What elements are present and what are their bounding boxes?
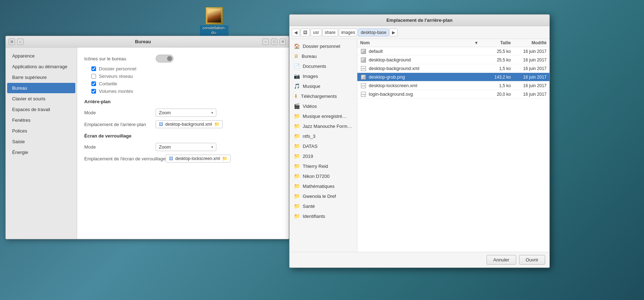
sidebar-item-clavier[interactable]: Clavier et souris xyxy=(7,94,75,104)
sidebar-musique-enregistree[interactable]: 📁 Musique enregistré… xyxy=(290,111,357,121)
sort-icon[interactable]: ▾ xyxy=(475,40,482,45)
titlebar-btn-overview[interactable]: ⊞ xyxy=(9,39,15,45)
icons-toggle[interactable] xyxy=(156,55,173,62)
cb-volumes-label: Volumes montés xyxy=(99,89,133,94)
titlebar-right-controls: – □ ✕ xyxy=(262,39,286,45)
arriere-plan-filename: desktop-background.xml xyxy=(165,122,212,127)
minimize-button[interactable]: – xyxy=(262,39,269,45)
sidebar-item-saisie[interactable]: Saisie xyxy=(7,136,75,147)
ecran-file-icon: 🖼 xyxy=(169,156,173,161)
sidebar-bureau[interactable]: 🖥 Bureau xyxy=(290,51,357,61)
xml-icon-2: xml xyxy=(361,83,366,88)
ecran-mode-label: Mode xyxy=(84,144,156,150)
sidebar-mathematiques[interactable]: 📁 Mathématiques xyxy=(290,181,357,191)
sidebar-jazz-manouche[interactable]: 📁 Jazz Manouche Form… xyxy=(290,121,357,131)
sidebar-thierry-reid[interactable]: 📁 Thierry Reid xyxy=(290,161,357,171)
sidebar-label-documents: Documents xyxy=(303,64,326,69)
file-row-lockscreen-xml[interactable]: xml desktop-lockscreen.xml 1,5 ko 16 jui… xyxy=(357,81,549,90)
arriere-plan-mode-label: Mode xyxy=(84,110,156,115)
path-bar: ◀ 🖼 usr share images desktop-base ▶ xyxy=(290,26,549,39)
sidebar-sante[interactable]: 📁 Santé xyxy=(290,201,357,211)
dialog-body: 🏠 Dossier personnel 🖥 Bureau 📄 Documents… xyxy=(290,39,549,252)
file-size-login-bg-svg: 20,0 ko xyxy=(482,92,511,97)
sidebar-identifiants[interactable]: 📁 Identifiants xyxy=(290,211,357,221)
sidebar-label-ntfs: ntfs_3 xyxy=(303,134,315,139)
file-icon-svg: svg xyxy=(360,92,367,97)
cb-volumes[interactable] xyxy=(91,89,96,94)
sidebar-images[interactable]: 📷 Images xyxy=(290,71,357,81)
ecran-mode-row: Mode Zoom ▾ xyxy=(84,143,282,151)
file-name-desktop-bg: desktop-background xyxy=(369,57,482,62)
ecran-file-picker[interactable]: 🖼 desktop-lockscreen.xml 📁 xyxy=(166,155,231,162)
path-back-button[interactable]: ◀ xyxy=(292,29,300,36)
sidebar-item-bureau[interactable]: Bureau xyxy=(7,83,75,93)
path-images-button[interactable]: images xyxy=(339,29,358,36)
sidebar-item-applications[interactable]: Applications au démarrage xyxy=(7,61,75,72)
sidebar-datas[interactable]: 📁 DATAS xyxy=(290,141,357,151)
arriere-plan-file-picker[interactable]: 🖼 desktop-background.xml 📁 xyxy=(156,120,223,128)
sidebar-nikon[interactable]: 📁 Nikon D7200 xyxy=(290,171,357,181)
path-images-icon-button[interactable]: 🖼 xyxy=(301,29,310,36)
file-row-default[interactable]: default 25,5 ko 16 juin 2017 xyxy=(357,47,549,56)
file-row-desktop-grub[interactable]: desktop-grub.png 143,2 ko 16 juin 2017 xyxy=(357,73,549,81)
sidebar-label-sante: Santé xyxy=(303,204,315,209)
sidebar-gwenola[interactable]: 📁 Gwenola le Dref xyxy=(290,191,357,201)
sidebar-ntfs3[interactable]: 📁 ntfs_3 xyxy=(290,131,357,141)
sidebar-documents[interactable]: 📄 Documents xyxy=(290,61,357,71)
checkbox-dossier-personnel[interactable]: Dossier personnel xyxy=(84,66,282,71)
sidebar-label-videos: Vidéos xyxy=(303,104,317,109)
file-name-desktop-grub: desktop-grub.png xyxy=(369,74,482,80)
file-size-desktop-grub: 143,2 ko xyxy=(482,75,511,80)
arriere-plan-mode-dropdown[interactable]: Zoom ▾ xyxy=(156,109,216,117)
sidebar-item-apparence[interactable]: Apparence xyxy=(7,51,75,61)
desktop-icon-constellation[interactable]: constellation-du-crabe.png xyxy=(200,7,228,40)
file-row-desktop-bg-xml[interactable]: xml desktop-background.xml 1,5 ko 16 jui… xyxy=(357,64,549,73)
path-forward-button[interactable]: ▶ xyxy=(389,29,398,36)
sidebar-item-fenetres[interactable]: Fenêtres xyxy=(7,115,75,125)
ecran-file-picker-browse-icon[interactable]: 📁 xyxy=(222,156,227,161)
close-button[interactable]: ✕ xyxy=(280,39,286,45)
sidebar-label-musique-enregistree: Musique enregistré… xyxy=(303,114,347,119)
checkbox-volumes[interactable]: Volumes montés xyxy=(84,89,282,94)
cb-corbeille[interactable] xyxy=(91,81,96,86)
sidebar-2019[interactable]: 📁 2019 xyxy=(290,151,357,161)
svg-icon: svg xyxy=(361,92,366,97)
sidebar-item-espaces[interactable]: Espaces de travail xyxy=(7,104,75,115)
maximize-button[interactable]: □ xyxy=(271,39,277,45)
path-desktop-base-button[interactable]: desktop-base xyxy=(358,29,389,36)
folder-gwenola-icon: 📁 xyxy=(294,193,300,199)
sidebar-videos[interactable]: 🎬 Vidéos xyxy=(290,101,357,111)
sidebar-telechargements[interactable]: ⬇ Téléchargements xyxy=(290,91,357,101)
path-share-button[interactable]: share xyxy=(322,29,338,36)
titlebar-controls: ⊞ ⌕ xyxy=(9,39,24,45)
file-row-desktop-bg[interactable]: desktop-background 25,5 ko 16 juin 2017 xyxy=(357,56,549,64)
open-button[interactable]: Ouvrir xyxy=(519,255,545,265)
checkbox-corbeille[interactable]: Corbeille xyxy=(84,81,282,86)
titlebar-btn-search[interactable]: ⌕ xyxy=(17,39,24,45)
monitor-icon: 🖥 xyxy=(294,53,299,59)
dialog-footer: Annuler Ouvrir xyxy=(290,252,549,268)
cb-dossier-personnel[interactable] xyxy=(91,66,96,71)
desktop-icon-image xyxy=(206,7,223,24)
sidebar-dossier-personnel[interactable]: 🏠 Dossier personnel xyxy=(290,41,357,51)
file-picker-browse-icon[interactable]: 📁 xyxy=(214,122,220,127)
file-icon-desktop-bg xyxy=(360,58,367,62)
file-row-login-bg-svg[interactable]: svg login-background.svg 20,0 ko 16 juin… xyxy=(357,90,549,99)
sidebar-label-dossier-personnel: Dossier personnel xyxy=(303,44,340,49)
file-date-login-bg-svg: 16 juin 2017 xyxy=(511,92,547,97)
sidebar-item-energie[interactable]: Énergie xyxy=(7,147,75,158)
checkbox-serveurs-reseau[interactable]: Serveurs réseau xyxy=(84,74,282,79)
cb-serveurs-reseau[interactable] xyxy=(91,74,96,79)
cb-dossier-label: Dossier personnel xyxy=(99,66,136,71)
sidebar-item-barre[interactable]: Barre supérieure xyxy=(7,72,75,82)
sidebar-musique[interactable]: 🎵 Musique xyxy=(290,81,357,91)
col-header-size: Taille xyxy=(482,40,511,45)
sidebar-label-telechargements: Téléchargements xyxy=(301,94,337,99)
path-usr-button[interactable]: usr xyxy=(311,29,322,36)
cancel-button[interactable]: Annuler xyxy=(487,255,516,265)
file-name-default: default xyxy=(369,49,482,54)
ecran-mode-dropdown[interactable]: Zoom ▾ xyxy=(156,143,216,151)
file-icon-xml1: xml xyxy=(360,66,367,71)
sidebar-item-polices[interactable]: Polices xyxy=(7,126,75,136)
file-date-desktop-bg: 16 juin 2017 xyxy=(511,58,547,62)
